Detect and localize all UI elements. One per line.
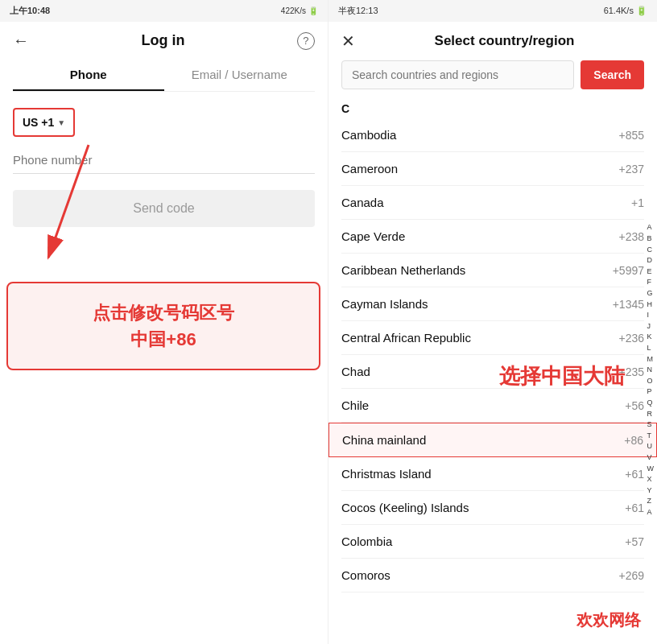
close-button[interactable]: ✕	[341, 31, 355, 51]
list-item[interactable]: China mainland+86	[328, 423, 657, 457]
alpha-index-letter[interactable]: R	[646, 409, 656, 419]
alpha-index-letter[interactable]: K	[646, 332, 656, 342]
tabs-container: Phone Email / Username	[13, 60, 315, 92]
left-signal: 422K/s	[281, 6, 306, 15]
country-name: Cambodia	[341, 128, 396, 142]
alpha-index-letter[interactable]: Y	[646, 485, 656, 496]
search-button[interactable]: Search	[581, 60, 644, 89]
alpha-index-letter[interactable]: N	[646, 365, 656, 375]
help-button[interactable]: ?	[297, 32, 315, 50]
send-code-button[interactable]: Send code	[13, 190, 315, 227]
dropdown-arrow-icon: ▼	[57, 118, 65, 127]
list-item[interactable]: Chad+235	[341, 355, 644, 389]
alpha-index-letter[interactable]: Z	[646, 496, 656, 506]
country-name: Caribbean Netherlands	[341, 263, 465, 277]
country-dial-code: +5997	[613, 264, 644, 277]
status-bar-right: 半夜12:13 61.4K/s 🔋	[328, 0, 657, 22]
alpha-index-letter[interactable]: M	[646, 354, 656, 365]
country-dial-code: +1	[631, 196, 644, 209]
list-item[interactable]: Comoros+269	[341, 559, 644, 592]
right-panel: 半夜12:13 61.4K/s 🔋 ✕ Select country/regio…	[328, 0, 657, 644]
country-dial-code: +61	[625, 468, 644, 481]
country-code-label: US +1	[23, 116, 54, 129]
country-name: Colombia	[341, 535, 392, 548]
country-dial-code: +238	[618, 230, 644, 243]
alpha-index-letter[interactable]: S	[646, 419, 656, 430]
country-name: Christmas Island	[341, 467, 432, 481]
list-item[interactable]: Caribbean Netherlands+5997	[341, 254, 644, 287]
status-bar-left: 上午10:48 422K/s 🔋	[0, 0, 328, 22]
alpha-index-letter[interactable]: B	[646, 233, 656, 244]
alpha-index-letter[interactable]: E	[646, 266, 656, 277]
country-name: China mainland	[342, 433, 426, 447]
search-input[interactable]	[341, 60, 574, 89]
list-item[interactable]: Central African Republic+236	[341, 321, 644, 355]
search-bar: Search	[341, 60, 644, 89]
left-time: 上午10:48	[10, 5, 50, 17]
alpha-index-letter[interactable]: A	[646, 507, 656, 518]
country-items-container: Cambodia+855Cameroon+237Canada+1Cape Ver…	[341, 118, 644, 592]
left-battery-icon: 🔋	[308, 6, 318, 15]
country-name: Cayman Islands	[341, 297, 428, 311]
annotation-line2: 中国+86	[27, 326, 300, 353]
list-item[interactable]: Colombia+57	[341, 525, 644, 559]
list-item[interactable]: Christmas Island+61	[341, 457, 644, 491]
right-status-icons: 61.4K/s 🔋	[604, 6, 647, 16]
country-name: Cocos (Keeling) Islands	[341, 501, 469, 514]
alpha-index-letter[interactable]: D	[646, 255, 656, 266]
country-dial-code: +235	[618, 365, 644, 378]
select-header: ✕ Select country/region	[328, 22, 657, 60]
alpha-index-letter[interactable]: I	[646, 310, 656, 320]
country-dial-code: +56	[625, 399, 644, 412]
list-item[interactable]: Cocos (Keeling) Islands+61	[341, 491, 644, 525]
list-item[interactable]: Cayman Islands+1345	[341, 287, 644, 321]
right-battery-icon: 🔋	[636, 6, 647, 15]
alpha-index-letter[interactable]: F	[646, 277, 656, 287]
country-dial-code: +237	[618, 163, 644, 175]
alpha-index-letter[interactable]: V	[646, 452, 656, 463]
list-item[interactable]: Cape Verde+238	[341, 220, 644, 254]
list-item[interactable]: Chile+56	[341, 389, 644, 423]
country-list[interactable]: C Cambodia+855Cameroon+237Canada+1Cape V…	[328, 96, 657, 644]
annotation-box: 点击修改号码区号 中国+86	[6, 282, 320, 370]
alpha-index-letter[interactable]: H	[646, 299, 656, 310]
alpha-index-letter[interactable]: U	[646, 441, 656, 452]
alpha-index-letter[interactable]: A	[646, 222, 656, 233]
alpha-index-letter[interactable]: X	[646, 474, 656, 485]
select-title: Select country/region	[365, 33, 644, 49]
alphabet-index[interactable]: ABCDEFGHIJKLMNOPQRSTUVWXYZA	[646, 96, 656, 644]
alpha-index-letter[interactable]: L	[646, 343, 656, 353]
list-item[interactable]: Cameroon+237	[341, 152, 644, 186]
alpha-index-letter[interactable]: J	[646, 321, 656, 332]
country-name: Cape Verde	[341, 229, 405, 243]
alpha-index-letter[interactable]: Q	[646, 398, 656, 408]
country-dial-code: +86	[624, 434, 643, 447]
alpha-index-letter[interactable]: W	[646, 464, 656, 474]
list-item[interactable]: Cambodia+855	[341, 118, 644, 152]
alpha-index-letter[interactable]: T	[646, 431, 656, 441]
alpha-index-letter[interactable]: P	[646, 386, 656, 397]
country-name: Chad	[341, 365, 370, 378]
alpha-index-letter[interactable]: G	[646, 288, 656, 299]
login-header: ← Log in ?	[0, 22, 328, 60]
country-dial-code: +236	[618, 332, 644, 345]
phone-number-input[interactable]	[13, 147, 315, 174]
alpha-index-letter[interactable]: O	[646, 376, 656, 386]
annotation-line1: 点击修改号码区号	[27, 299, 300, 326]
country-name: Chile	[341, 398, 369, 412]
tab-phone[interactable]: Phone	[13, 60, 164, 91]
phone-input-section: US +1 ▼ Send code	[0, 92, 328, 243]
page-title: Log in	[142, 32, 185, 49]
back-button[interactable]: ←	[13, 31, 29, 50]
country-name: Cameroon	[341, 162, 398, 175]
list-item[interactable]: Canada+1	[341, 186, 644, 220]
country-dial-code: +61	[625, 502, 644, 514]
right-signal: 61.4K/s	[604, 6, 634, 15]
country-name: Canada	[341, 196, 384, 209]
country-selector[interactable]: US +1 ▼	[13, 108, 75, 137]
country-dial-code: +269	[618, 569, 644, 582]
country-dial-code: +57	[625, 535, 644, 548]
country-name: Central African Republic	[341, 331, 471, 345]
alpha-index-letter[interactable]: C	[646, 245, 656, 255]
tab-email[interactable]: Email / Username	[164, 60, 316, 91]
